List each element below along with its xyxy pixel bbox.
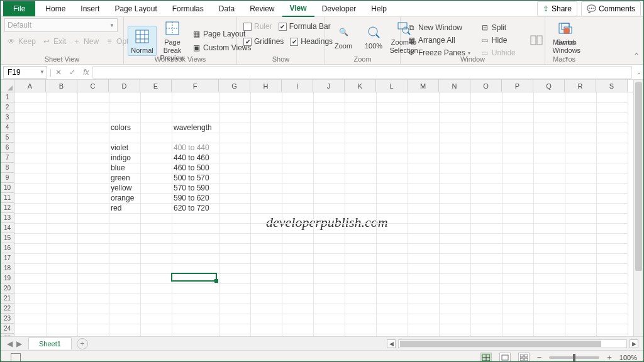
row-header-14[interactable]: 14 — [1, 223, 14, 233]
zoom-in-button[interactable]: + — [607, 353, 612, 362]
scroll-right-icon[interactable]: ▶ — [630, 339, 638, 348]
row-header-12[interactable]: 12 — [1, 203, 14, 213]
hscroll-thumb[interactable] — [400, 341, 601, 347]
row-header-6[interactable]: 6 — [1, 143, 14, 153]
vertical-scrollbar[interactable] — [633, 80, 643, 336]
col-header-L[interactable]: L — [376, 80, 408, 92]
collapse-ribbon-icon[interactable]: ⌃ — [633, 52, 640, 60]
row-header-20[interactable]: 20 — [1, 283, 14, 293]
tab-review[interactable]: Review — [242, 1, 282, 16]
row-header-8[interactable]: 8 — [1, 163, 14, 173]
tab-developer[interactable]: Developer — [314, 1, 364, 16]
row-header-10[interactable]: 10 — [1, 183, 14, 193]
add-sheet-button[interactable]: + — [77, 338, 88, 349]
row-header-11[interactable]: 11 — [1, 193, 14, 203]
row-header-13[interactable]: 13 — [1, 213, 14, 223]
col-header-S[interactable]: S — [596, 80, 628, 92]
zoom100-button[interactable]: 100% — [359, 22, 388, 52]
row-header-4[interactable]: 4 — [1, 123, 14, 133]
tab-view[interactable]: View — [282, 1, 314, 17]
cell-F4[interactable]: wavelength — [172, 123, 217, 133]
col-header-Q[interactable]: Q — [533, 80, 565, 92]
page-layout-view-icon[interactable] — [499, 353, 511, 363]
normal-view-icon[interactable] — [480, 353, 492, 363]
split-button[interactable]: ⊟Split — [478, 22, 518, 33]
cell-F12[interactable]: 620 to 720 — [172, 203, 217, 213]
col-header-A[interactable]: A — [14, 80, 46, 92]
row-header-9[interactable]: 9 — [1, 173, 14, 183]
zoom-out-button[interactable]: − — [537, 353, 542, 362]
cell-D12[interactable]: red — [109, 203, 138, 213]
cell-D10[interactable]: yellow — [109, 183, 138, 193]
arrange-all-button[interactable]: ▦Arrange All — [404, 35, 473, 46]
row-header-24[interactable]: 24 — [1, 324, 14, 334]
cell-D6[interactable]: violet — [109, 143, 138, 153]
tab-page-layout[interactable]: Page Layout — [107, 1, 164, 16]
tab-nav[interactable]: ◀▶ — [1, 339, 28, 348]
cell-F6[interactable]: 400 to 440 — [172, 143, 217, 153]
cell-F10[interactable]: 570 to 590 — [172, 183, 217, 193]
row-header-17[interactable]: 17 — [1, 253, 14, 263]
col-header-J[interactable]: J — [313, 80, 345, 92]
share-button[interactable]: ⇪Share — [537, 1, 577, 16]
normal-view-button[interactable]: Normal — [128, 26, 157, 57]
sheetview-dropdown[interactable]: Default▼ — [4, 18, 118, 32]
tab-formulas[interactable]: Formulas — [165, 1, 211, 16]
col-header-B[interactable]: B — [46, 80, 77, 92]
row-header-22[interactable]: 22 — [1, 304, 14, 314]
tab-home[interactable]: Home — [38, 1, 73, 16]
select-all-corner[interactable] — [1, 80, 14, 92]
record-macro-icon[interactable] — [11, 353, 21, 362]
cell-F11[interactable]: 590 to 620 — [172, 193, 217, 203]
col-header-I[interactable]: I — [282, 80, 313, 92]
row-header-25[interactable]: 25 — [1, 334, 14, 336]
col-header-M[interactable]: M — [408, 80, 439, 92]
name-box[interactable]: F19▼ — [3, 66, 47, 79]
row-header-16[interactable]: 16 — [1, 243, 14, 253]
row-header-7[interactable]: 7 — [1, 153, 14, 163]
formula-input[interactable] — [92, 66, 632, 79]
row-header-23[interactable]: 23 — [1, 314, 14, 324]
gridlines-check[interactable]: ✔Gridlines — [241, 36, 286, 47]
tab-insert[interactable]: Insert — [73, 1, 107, 16]
fx-icon[interactable]: fx — [79, 68, 92, 77]
pagebreak-view-icon[interactable] — [518, 353, 530, 363]
cells-area[interactable]: developerpublish.com colorswavelengthvio… — [14, 92, 643, 336]
cell-D11[interactable]: orange — [109, 193, 138, 203]
tab-help[interactable]: Help — [364, 1, 394, 16]
col-header-P[interactable]: P — [502, 80, 533, 92]
row-header-1[interactable]: 1 — [1, 92, 14, 102]
expand-formula-icon[interactable]: ⌄ — [635, 69, 643, 75]
horizontal-scrollbar[interactable]: ◀ ▶ — [387, 339, 638, 348]
new-window-button[interactable]: ⧉New Window — [404, 22, 473, 33]
cell-F9[interactable]: 500 to 570 — [172, 173, 217, 183]
row-header-5[interactable]: 5 — [1, 133, 14, 143]
row-header-3[interactable]: 3 — [1, 112, 14, 123]
row-header-18[interactable]: 18 — [1, 263, 14, 273]
col-header-N[interactable]: N — [439, 80, 470, 92]
col-header-C[interactable]: C — [77, 80, 109, 92]
zoom-button[interactable]: 🔍Zoom — [329, 22, 358, 52]
scroll-left-icon[interactable]: ◀ — [387, 339, 396, 348]
col-header-D[interactable]: D — [109, 80, 140, 92]
vscroll-thumb[interactable] — [635, 82, 642, 271]
col-header-O[interactable]: O — [470, 80, 502, 92]
cell-F7[interactable]: 440 to 460 — [172, 153, 217, 163]
comments-button[interactable]: 💬Comments — [581, 1, 641, 16]
zoom-slider[interactable] — [549, 356, 599, 359]
cell-F8[interactable]: 460 to 500 — [172, 163, 217, 173]
row-header-21[interactable]: 21 — [1, 293, 14, 304]
cell-D4[interactable]: colors — [109, 123, 138, 133]
cell-D9[interactable]: green — [109, 173, 138, 183]
macros-button[interactable]: Macros▾ — [549, 18, 579, 55]
sheet-tab-1[interactable]: Sheet1 — [28, 337, 72, 349]
hide-button[interactable]: ▭Hide — [478, 35, 518, 46]
col-header-F[interactable]: F — [172, 80, 219, 92]
tab-file[interactable]: File — [3, 1, 35, 16]
row-header-19[interactable]: 19 — [1, 273, 14, 283]
col-header-E[interactable]: E — [140, 80, 172, 92]
zoom-level[interactable]: 100% — [619, 354, 637, 361]
tab-data[interactable]: Data — [211, 1, 242, 16]
col-header-K[interactable]: K — [345, 80, 376, 92]
col-header-R[interactable]: R — [565, 80, 596, 92]
